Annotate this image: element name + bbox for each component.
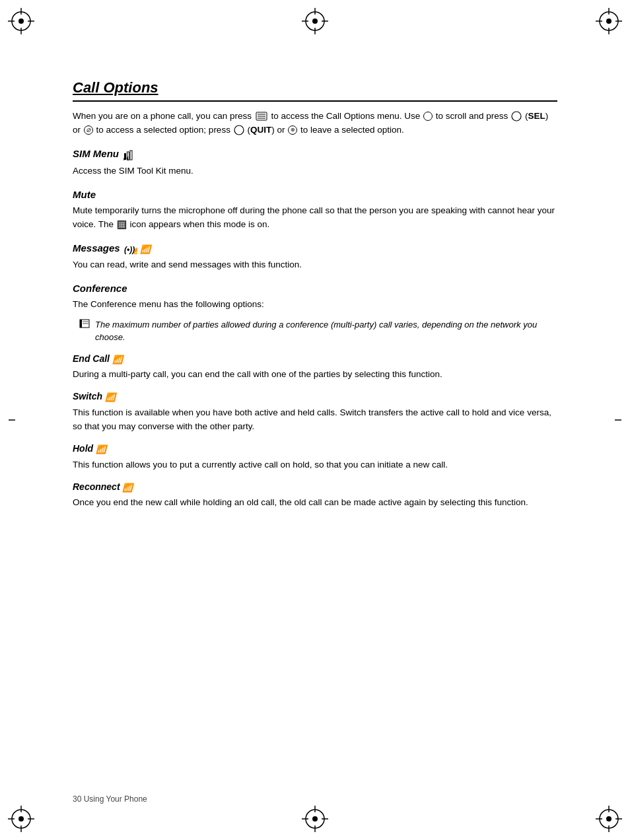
section-messages-title: Messages (•)) 📶 📶 [73,242,557,254]
intro-paragraph: When you are on a phone call, you can pr… [73,110,557,137]
messages-phone-icon: 📶 [140,244,151,254]
svg-point-25 [312,18,318,24]
svg-text:📶: 📶 [133,247,137,254]
signal-icon-messages: (•)) 📶 [124,244,137,254]
sel-label: SEL [528,111,545,121]
svg-point-7 [606,18,612,24]
reconnect-signal-icon: 📶 [122,482,133,492]
page: Call Options When you are on a phone cal… [0,0,630,840]
section-end-call: End Call 📶 During a multi-party call, yo… [73,353,557,382]
svg-text:(•)): (•)) [123,156,130,160]
conference-note: The maximum number of parties allowed du… [73,318,557,344]
section-switch: Switch 📶 This function is available when… [73,391,557,434]
conference-note-text: The maximum number of parties allowed du… [95,318,557,344]
section-conference: Conference The Conference menu has the f… [73,283,557,510]
section-switch-body: This function is available when you have… [73,406,557,434]
scroll-key-icon [423,112,433,121]
svg-rect-46 [130,151,132,160]
section-mute-body: Mute temporarily turns the microphone of… [73,204,557,232]
section-switch-title: Switch 📶 [73,391,557,402]
center-mark-left [5,413,18,427]
center-mark-right [612,413,625,427]
sel-key-icon [511,111,522,122]
svg-point-42 [512,112,521,121]
svg-point-1 [18,18,24,24]
section-mute-title: Mute [73,189,557,200]
section-sim-menu-body: Access the SIM Tool Kit menu. [73,164,557,178]
section-end-call-body: During a multi-party call, you can end t… [73,368,557,382]
center-mark-top [300,7,330,36]
section-conference-title: Conference [73,283,557,294]
back-key-icon: ⊗ [288,125,297,135]
section-messages-body: You can read, write and send messages wi… [73,258,557,272]
section-hold: Hold 📶 This function allows you to put a… [73,443,557,472]
note-book-icon [79,319,90,328]
hold-signal-icon: 📶 [96,444,106,454]
svg-point-43 [234,125,244,135]
quit-label: QUIT [250,125,271,135]
svg-point-19 [606,816,612,822]
corner-mark-br [594,804,623,833]
corner-mark-tr [594,7,623,36]
note-icon [79,319,90,344]
mute-icon [118,221,126,229]
section-conference-body: The Conference menu has the following op… [73,298,557,312]
section-hold-title: Hold 📶 [73,443,557,454]
corner-mark-tl [7,7,36,36]
svg-rect-48 [119,222,125,228]
end-call-signal-icon: 📶 [112,354,123,364]
svg-point-13 [18,816,24,822]
quit-key-icon [234,125,244,135]
menu-key-icon [256,112,267,121]
scroll-text: to scroll and press [436,111,508,121]
section-sim-menu: SIM Menu (•)) Access the SIM Tool Kit me… [73,148,557,178]
alt-key-icon: ⊘ [84,125,93,135]
section-sim-menu-title: SIM Menu (•)) [73,148,557,160]
section-reconnect-body: Once you end the new call while holding … [73,496,557,510]
section-end-call-title: End Call 📶 [73,353,557,365]
svg-rect-56 [80,320,82,328]
section-mute: Mute Mute temporarily turns the micropho… [73,189,557,232]
footer: 30 Using Your Phone [73,794,147,804]
section-reconnect-title: Reconnect 📶 [73,481,557,493]
section-messages: Messages (•)) 📶 📶 You can read, write an… [73,242,557,272]
signal-icon-sim: (•)) [123,149,135,160]
center-mark-bottom [300,804,330,833]
svg-point-31 [312,816,318,822]
page-title: Call Options [73,79,557,102]
section-hold-body: This function allows you to put a curren… [73,458,557,472]
switch-signal-icon: 📶 [105,392,116,402]
corner-mark-bl [7,804,36,833]
section-reconnect: Reconnect 📶 Once you end the new call wh… [73,481,557,510]
